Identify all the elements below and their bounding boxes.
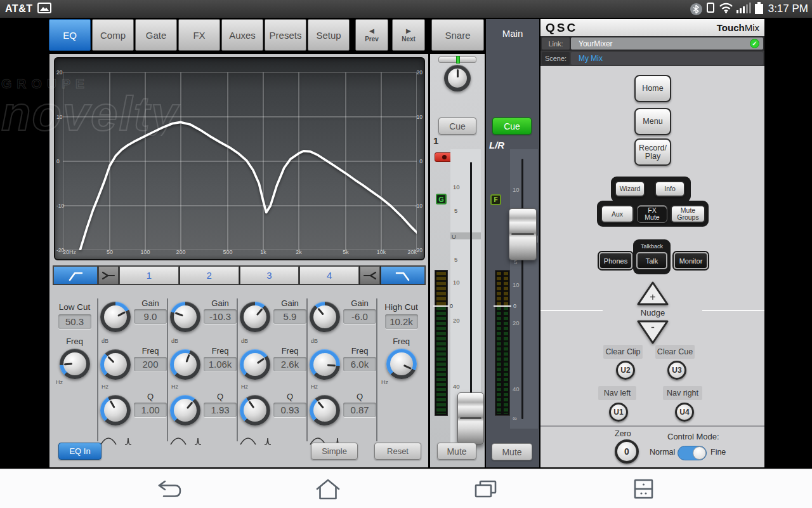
- band-2-button[interactable]: 2: [180, 266, 239, 284]
- tab-comp[interactable]: Comp: [92, 19, 134, 51]
- band3-freq-knob[interactable]: [240, 349, 270, 380]
- snare-mute-button[interactable]: Mute: [437, 443, 476, 460]
- high-shelf-band-button[interactable]: [360, 266, 380, 284]
- nudge-minus-button[interactable]: -: [635, 318, 671, 346]
- info-button[interactable]: Info: [655, 181, 685, 197]
- nudge-plus-button[interactable]: +: [635, 279, 671, 307]
- eq-in-button[interactable]: EQ In: [58, 443, 102, 460]
- band1-q-knob[interactable]: [100, 395, 131, 425]
- mute-groups-button[interactable]: Mute Groups: [671, 205, 705, 223]
- band1-q-value[interactable]: 1.00: [134, 403, 167, 417]
- channel-select-button[interactable]: Snare: [431, 19, 484, 51]
- band2-q-value[interactable]: 1.93: [204, 403, 237, 417]
- menu-button[interactable]: [625, 474, 661, 504]
- band4-q-knob[interactable]: [310, 395, 340, 425]
- high-cut-icon: [395, 269, 411, 283]
- low-cut-value[interactable]: 50.3: [58, 314, 91, 329]
- band2-q-knob[interactable]: [170, 395, 200, 425]
- fader-scale-label: 10: [453, 184, 460, 190]
- eq-response-graph[interactable]: 20Hz501002005001k2k5k10k20k 20100-10-20 …: [54, 57, 425, 260]
- tab-fx[interactable]: FX: [178, 19, 220, 51]
- u3-button[interactable]: U3: [667, 361, 686, 380]
- u4-button[interactable]: U4: [675, 403, 694, 422]
- band4-gain-value[interactable]: -6.0: [343, 309, 376, 324]
- u2-button[interactable]: U2: [616, 361, 635, 380]
- band4-q-value[interactable]: 0.87: [343, 403, 376, 417]
- zero-button[interactable]: 0: [615, 439, 639, 464]
- fader-track[interactable]: [470, 162, 472, 422]
- freq-label: Freq: [282, 346, 299, 357]
- nav-right-label: Nav right: [663, 386, 702, 400]
- tab-gate[interactable]: Gate: [135, 19, 177, 51]
- fader-scale-label: 10: [453, 279, 460, 286]
- aux-button[interactable]: Aux: [601, 205, 634, 223]
- u1-button[interactable]: U1: [609, 403, 628, 422]
- home-button[interactable]: [310, 474, 346, 504]
- main-mute-button[interactable]: Mute: [492, 443, 532, 460]
- band2-gain-knob[interactable]: [170, 302, 200, 332]
- meter-green-zone: [436, 307, 446, 414]
- tab-presets[interactable]: Presets: [265, 19, 306, 51]
- back-button[interactable]: [152, 474, 188, 504]
- snare-fader-handle[interactable]: [457, 392, 484, 444]
- band-4-button[interactable]: 4: [299, 266, 359, 284]
- minus-icon: -: [651, 321, 655, 333]
- band3-freq-value[interactable]: 2.6k: [273, 357, 306, 371]
- high-cut-freq-knob[interactable]: [386, 349, 417, 379]
- prev-channel-button[interactable]: ◄ Prev: [355, 19, 388, 51]
- high-cut-value[interactable]: 10.2k: [385, 314, 418, 329]
- monitor-button[interactable]: Monitor: [674, 252, 708, 269]
- tab-auxes[interactable]: Auxes: [221, 19, 263, 51]
- x-tick-label: 500: [223, 249, 233, 255]
- freq-label: Freq: [351, 346, 369, 357]
- band4-gain-knob[interactable]: [310, 302, 340, 332]
- band1-freq-value[interactable]: 200: [134, 357, 167, 371]
- low-cut-freq-knob[interactable]: [60, 349, 90, 379]
- low-cut-band-button[interactable]: [53, 266, 98, 284]
- toggle-knob: [693, 446, 706, 460]
- band1-freq-knob[interactable]: [100, 349, 131, 380]
- fader-track[interactable]: [521, 159, 523, 419]
- meter-zero-label: 0: [450, 303, 453, 309]
- main-strip-title[interactable]: Main: [486, 28, 539, 39]
- band1-gain-value[interactable]: 9.0: [134, 309, 167, 324]
- fader-scale-label: 20: [513, 319, 520, 326]
- band2-freq-knob[interactable]: [170, 349, 200, 380]
- band1-gain-knob[interactable]: [100, 302, 131, 332]
- record-play-button[interactable]: Record/Play: [634, 138, 671, 166]
- band4-freq-value[interactable]: 6.0k: [343, 357, 376, 371]
- tab-setup[interactable]: Setup: [308, 19, 350, 51]
- reset-button[interactable]: Reset: [374, 443, 421, 460]
- screenshot-icon: [37, 3, 51, 16]
- recents-button[interactable]: [468, 474, 503, 504]
- band-3-button[interactable]: 3: [240, 266, 299, 284]
- high-cut-band-button[interactable]: [381, 266, 425, 284]
- control-mode-toggle[interactable]: [678, 446, 707, 460]
- simple-button[interactable]: Simple: [311, 443, 358, 460]
- band3-gain-knob[interactable]: [240, 302, 270, 332]
- q-label: Q: [217, 392, 223, 403]
- low-shelf-band-button[interactable]: [98, 266, 119, 284]
- next-channel-button[interactable]: ► Next: [392, 19, 425, 51]
- phones-button[interactable]: Phones: [599, 252, 632, 269]
- home-button[interactable]: Home: [634, 75, 671, 102]
- scene-value[interactable]: My Mix: [571, 52, 763, 65]
- low-cut-icon: [67, 269, 84, 283]
- clear-clip-label: Clear Clip: [603, 345, 643, 359]
- band2-gain-value[interactable]: -10.3: [204, 309, 237, 324]
- main-fader-handle[interactable]: [509, 208, 537, 260]
- band-1-button[interactable]: 1: [119, 266, 179, 284]
- wizard-button[interactable]: Wizard: [615, 181, 645, 197]
- snare-cue-button[interactable]: Cue: [438, 117, 476, 135]
- main-cue-button[interactable]: Cue: [492, 117, 532, 135]
- fx-mute-button[interactable]: FXMute: [637, 205, 667, 223]
- menu-button[interactable]: Menu: [634, 108, 671, 135]
- band3-q-value[interactable]: 0.93: [273, 403, 306, 417]
- talk-button[interactable]: Talk: [636, 252, 667, 269]
- band3-q-knob[interactable]: [240, 395, 270, 425]
- band2-freq-value[interactable]: 1.06k: [204, 357, 237, 371]
- high-cut-freq-label: Freq: [393, 337, 410, 347]
- band4-freq-knob[interactable]: [310, 349, 340, 380]
- tab-eq[interactable]: EQ: [49, 19, 91, 51]
- pan-knob[interactable]: [444, 65, 471, 91]
